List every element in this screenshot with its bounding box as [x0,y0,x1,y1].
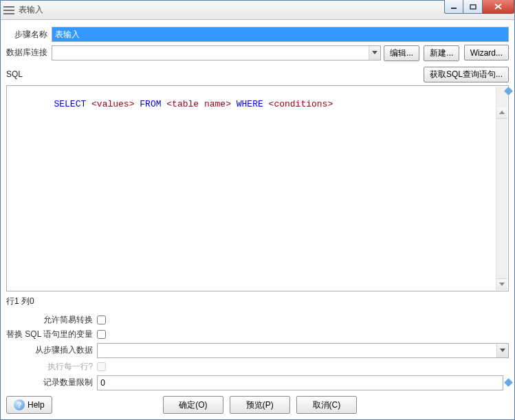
dialog-content: 步骤名称 数据库连接 编辑... 新建... Wizard... [1,20,514,399]
limit-label: 记录数量限制 [6,375,97,390]
edit-connection-button[interactable]: 编辑... [384,45,419,61]
exec-each-row-label: 执行每一行? [6,361,97,373]
chevron-down-icon[interactable] [369,46,380,60]
insert-from-label: 从步骤插入数据 [6,343,97,358]
bottom-form: 允许简易转换 替换 SQL 语句里的变量 从步骤插入数据 执行每一行? [6,311,509,393]
sql-header-row: SQL 获取SQL查询语句... [6,67,509,82]
get-sql-button[interactable]: 获取SQL查询语句... [424,67,509,82]
variable-indicator-icon [504,378,513,387]
sql-label: SQL [6,69,23,79]
help-button[interactable]: ? Help [6,396,52,414]
cursor-position: 行1 列0 [6,296,509,307]
svg-rect-1 [470,5,476,9]
preview-button[interactable]: 预览(P) [230,396,290,414]
lazy-conv-checkbox[interactable] [97,316,106,324]
lazy-conv-label: 允许简易转换 [6,314,97,326]
sql-scrollbar[interactable] [496,87,507,290]
cancel-button[interactable]: 取消(C) [296,396,357,414]
step-name-input[interactable] [52,27,509,42]
maximize-button[interactable] [463,0,483,14]
dialog-window: 表输入 步骤名称 数据库连接 [0,0,515,420]
limit-input[interactable] [97,375,503,390]
window-title: 表输入 [19,4,43,16]
wizard-button[interactable]: Wizard... [464,45,509,60]
titlebar[interactable]: 表输入 [1,1,514,20]
sql-editor[interactable]: SELECT <values> FROM <table name> WHERE … [6,85,509,291]
top-form: 步骤名称 数据库连接 编辑... 新建... Wizard... [6,24,509,64]
minimize-button[interactable] [444,0,463,14]
close-button[interactable] [483,0,514,14]
sql-editor-wrap: SELECT <values> FROM <table name> WHERE … [6,85,509,291]
db-connection-label: 数据库连接 [6,45,52,61]
ok-button[interactable]: 确定(O) [163,396,223,414]
db-connection-value [52,46,369,60]
dialog-footer: ? Help 确定(O) 预览(P) 取消(C) [6,396,509,414]
window-icon [3,6,14,14]
exec-each-row-checkbox [97,362,106,371]
step-name-label: 步骤名称 [6,27,52,42]
db-connection-combo[interactable] [52,45,381,60]
chevron-down-icon[interactable] [496,344,508,357]
help-label: Help [28,400,45,410]
insert-from-combo[interactable] [97,343,509,358]
scroll-down-icon[interactable] [496,278,507,290]
help-icon: ? [14,399,25,410]
insert-from-value [98,344,496,357]
window-buttons [444,0,514,14]
new-connection-button[interactable]: 新建... [424,45,459,61]
scroll-up-icon[interactable] [496,107,507,119]
footer-buttons: 确定(O) 预览(P) 取消(C) [52,396,468,414]
replace-vars-label: 替换 SQL 语句里的变量 [6,329,97,340]
replace-vars-checkbox[interactable] [97,330,106,339]
